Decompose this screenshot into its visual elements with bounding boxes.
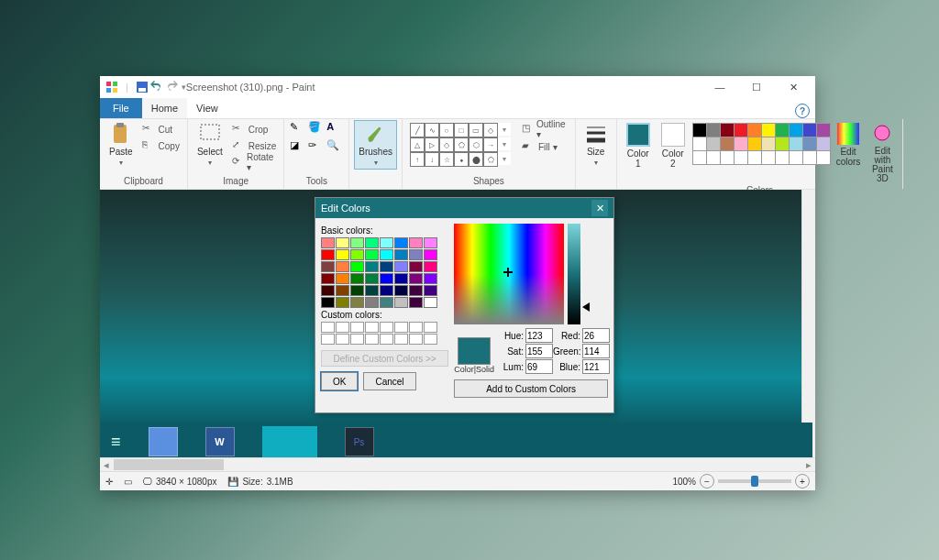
file-size: 💾Size: 3.1MB bbox=[227, 477, 293, 487]
crop-button[interactable]: ✂Crop bbox=[230, 121, 279, 137]
document-title: Screenshot (310).png - Paint bbox=[186, 82, 315, 93]
zoom-out-button[interactable]: − bbox=[700, 474, 714, 489]
cut-button[interactable]: ✂Cut bbox=[140, 121, 182, 137]
cursor-pos: ✛ bbox=[105, 477, 113, 487]
blue-label: Blue: bbox=[553, 362, 580, 372]
edit-paint3d-button[interactable]: Edit with Paint 3D bbox=[867, 121, 897, 185]
screenshot-taskbar: ≡ W Ps bbox=[100, 423, 812, 457]
luminance-pointer-icon[interactable] bbox=[582, 302, 590, 312]
add-to-custom-button[interactable]: Add to Custom Colors bbox=[454, 379, 608, 398]
define-custom-colors-button: Define Custom Colors >> bbox=[321, 350, 448, 367]
copy-icon: ⎘ bbox=[142, 139, 155, 152]
eraser-tool[interactable]: ◪ bbox=[290, 139, 306, 156]
sat-input[interactable] bbox=[525, 344, 553, 358]
shapes-gallery[interactable]: ╱∿○□▭◇▾ △▷◇⬠⬡→▾ ↑↓☆⬥⬤⬠▾ bbox=[408, 121, 513, 167]
color1-button[interactable]: Color 1 bbox=[623, 121, 654, 170]
dialog-title: Edit Colors bbox=[321, 203, 370, 214]
select-button[interactable]: Select ▾ bbox=[193, 121, 226, 169]
tab-file[interactable]: File bbox=[100, 98, 142, 118]
edit-colors-dialog: Edit Colors ✕ Basic colors: bbox=[315, 197, 614, 413]
ok-button[interactable]: OK bbox=[321, 372, 358, 390]
selection-icon: ▭ bbox=[124, 477, 132, 487]
color2-button[interactable]: Color 2 bbox=[657, 121, 689, 170]
size-button[interactable]: Size ▾ bbox=[581, 121, 611, 169]
canvas[interactable]: ≡ W Ps Edit Colors ✕ Basic colors: bbox=[100, 190, 801, 457]
zoom-in-button[interactable]: + bbox=[795, 474, 810, 489]
custom-colors-grid[interactable] bbox=[321, 322, 448, 345]
brushes-button[interactable]: Brushes ▾ bbox=[355, 121, 396, 169]
horizontal-scrollbar[interactable]: ◂ ▸ bbox=[100, 457, 815, 471]
svg-rect-0 bbox=[106, 82, 111, 86]
task-icon bbox=[262, 426, 317, 457]
tab-view[interactable]: View bbox=[187, 98, 227, 118]
help-icon[interactable]: ? bbox=[795, 104, 810, 118]
ps-icon: Ps bbox=[345, 427, 374, 456]
group-tools: ✎ 🪣 A ◪ ✑ 🔍 Tools bbox=[284, 119, 349, 189]
svg-rect-1 bbox=[113, 82, 117, 86]
color-palette[interactable] bbox=[692, 121, 829, 163]
title-bar: | ▾ Screenshot (310).png - Paint — ☐ ✕ bbox=[100, 76, 815, 98]
cancel-button[interactable]: Cancel bbox=[363, 372, 415, 390]
basic-colors-grid[interactable] bbox=[321, 237, 448, 308]
group-clipboard: Paste ▾ ✂Cut ⎘Copy Clipboard bbox=[100, 119, 188, 189]
dialog-title-bar[interactable]: Edit Colors ✕ bbox=[315, 198, 613, 218]
svg-rect-7 bbox=[116, 123, 124, 127]
svg-rect-5 bbox=[138, 88, 146, 92]
dimensions-icon: 🖵 bbox=[143, 477, 152, 487]
red-input[interactable] bbox=[582, 328, 610, 343]
picker-tool[interactable]: ✑ bbox=[308, 139, 325, 156]
status-bar: ✛ ▭ 🖵3840 × 1080px 💾Size: 3.1MB 100% − + bbox=[100, 471, 815, 490]
minimize-button[interactable]: — bbox=[701, 76, 738, 98]
rotate-button[interactable]: ⟳Rotate ▾ bbox=[230, 154, 279, 170]
bucket-tool[interactable]: 🪣 bbox=[308, 121, 325, 137]
paint-window: | ▾ Screenshot (310).png - Paint — ☐ ✕ F… bbox=[100, 76, 815, 490]
text-tool[interactable]: A bbox=[326, 121, 343, 137]
pencil-tool[interactable]: ✎ bbox=[290, 121, 306, 137]
green-label: Green: bbox=[553, 346, 580, 357]
lum-input[interactable] bbox=[525, 359, 553, 374]
group-colors: Color 1 Color 2 Edit colors Edit with Pa… bbox=[617, 119, 904, 189]
sat-label: Sat: bbox=[500, 346, 524, 357]
tab-home[interactable]: Home bbox=[142, 98, 187, 118]
hue-input[interactable] bbox=[525, 328, 553, 343]
dialog-close-button[interactable]: ✕ bbox=[591, 200, 608, 216]
scroll-right-icon[interactable]: ▸ bbox=[802, 459, 815, 471]
selection-size: ▭ bbox=[124, 477, 132, 487]
canvas-area: ≡ W Ps Edit Colors ✕ Basic colors: bbox=[100, 190, 815, 457]
copy-button[interactable]: ⎘Copy bbox=[140, 137, 182, 154]
zoom-value: 100% bbox=[672, 477, 696, 487]
basic-colors-label: Basic colors: bbox=[321, 225, 448, 236]
scroll-left-icon[interactable]: ◂ bbox=[100, 459, 113, 471]
shape-fill-button[interactable]: ▰Fill ▾ bbox=[520, 138, 569, 155]
luminance-slider[interactable] bbox=[568, 224, 580, 324]
magnifier-tool[interactable]: 🔍 bbox=[326, 139, 343, 156]
maximize-button[interactable]: ☐ bbox=[738, 76, 775, 98]
color-gradient-picker[interactable] bbox=[454, 224, 564, 324]
crop-icon: ✂ bbox=[232, 123, 245, 136]
vertical-scrollbar[interactable] bbox=[801, 190, 815, 457]
ribbon-tabs: File Home View ? bbox=[100, 98, 815, 119]
svg-rect-2 bbox=[106, 88, 111, 93]
rotate-icon: ⟳ bbox=[232, 156, 243, 169]
crosshair-icon bbox=[503, 268, 513, 277]
group-size: Size ▾ bbox=[576, 119, 617, 189]
save-icon[interactable] bbox=[136, 81, 149, 93]
lum-label: Lum: bbox=[500, 362, 524, 372]
scrollbar-thumb[interactable] bbox=[114, 459, 224, 470]
paste-button[interactable]: Paste ▾ bbox=[105, 121, 137, 169]
word-icon: W bbox=[205, 427, 235, 456]
blue-input[interactable] bbox=[582, 359, 610, 374]
disk-icon: 💾 bbox=[227, 477, 238, 487]
edit-colors-button[interactable]: Edit colors bbox=[833, 121, 865, 169]
shape-outline-button[interactable]: ◳Outline ▾ bbox=[520, 121, 569, 137]
green-input[interactable] bbox=[582, 344, 610, 358]
cut-icon: ✂ bbox=[142, 123, 155, 136]
custom-colors-label: Custom colors: bbox=[321, 310, 448, 320]
zoom-slider[interactable] bbox=[718, 479, 791, 483]
redo-icon[interactable] bbox=[165, 81, 178, 93]
svg-rect-3 bbox=[113, 88, 117, 93]
undo-icon[interactable] bbox=[150, 81, 163, 93]
close-button[interactable]: ✕ bbox=[775, 76, 812, 98]
hamburger-icon: ≡ bbox=[111, 433, 121, 452]
group-shapes: ╱∿○□▭◇▾ △▷◇⬠⬡→▾ ↑↓☆⬥⬤⬠▾ ◳Outline ▾ ▰Fill… bbox=[403, 119, 576, 189]
